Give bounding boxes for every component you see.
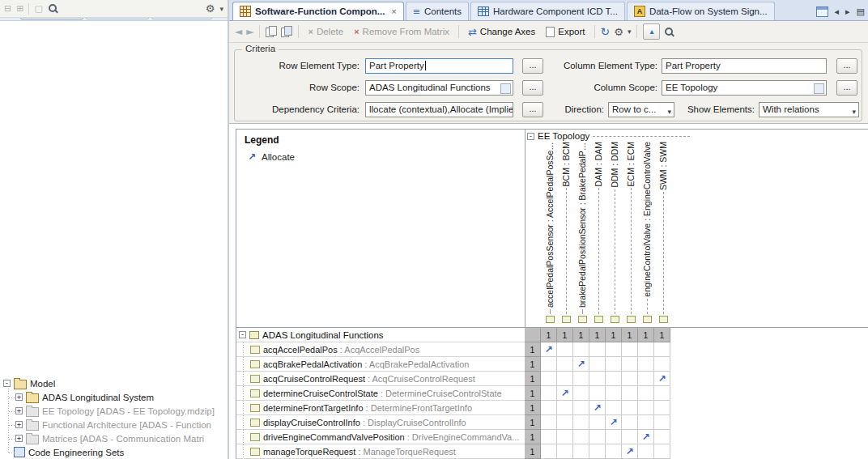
toolbar-gear-caret-icon[interactable]: ▾	[628, 28, 632, 36]
tree-expander-icon[interactable]: +	[15, 421, 23, 428]
matrix-cell[interactable]: ↗	[573, 357, 589, 372]
matrix-cell[interactable]	[573, 401, 589, 415]
matrix-cell[interactable]	[654, 386, 670, 401]
matrix-cell[interactable]	[638, 342, 654, 357]
tree-expander-icon[interactable]: -	[3, 380, 11, 387]
column-element-type-input[interactable]: Part Property	[662, 58, 827, 74]
matrix-cell[interactable]	[573, 386, 589, 401]
matrix-cell[interactable]	[557, 430, 573, 444]
change-axes-button[interactable]: ⇄ Change Axes	[465, 25, 538, 39]
export-button[interactable]: Export	[542, 25, 588, 39]
gear-caret-icon[interactable]: ▾	[219, 5, 223, 13]
dependency-criteria-browse-button[interactable]: ...	[522, 102, 543, 117]
expand-all-icon[interactable]: ⊞	[16, 4, 23, 13]
scope-chooser-icon[interactable]	[500, 83, 511, 94]
direction-select[interactable]: Row to c...▾	[608, 102, 674, 117]
matrix-cell[interactable]	[606, 357, 622, 372]
matrix-cell[interactable]	[654, 357, 670, 372]
column-scope-browse-button[interactable]: ...	[836, 80, 857, 96]
matrix-cell[interactable]	[573, 342, 589, 357]
matrix-cell[interactable]	[622, 401, 638, 415]
row-group-expander-icon[interactable]: -	[239, 331, 246, 338]
matrix-cell[interactable]: ↗	[541, 342, 557, 357]
matrix-cell[interactable]: ↗	[638, 430, 654, 444]
matrix-cell[interactable]	[541, 415, 557, 430]
matrix-cell[interactable]	[541, 401, 557, 415]
matrix-cell[interactable]: ↗	[654, 372, 670, 386]
matrix-cell[interactable]	[573, 430, 589, 444]
matrix-cell[interactable]: ↗	[589, 401, 606, 415]
collapse-all-icon[interactable]: ⊟	[4, 4, 11, 13]
matrix-cell[interactable]	[638, 415, 654, 430]
matrix-cell[interactable]	[654, 401, 670, 415]
column-element-type-browse-button[interactable]: ...	[836, 58, 857, 74]
scroll-tabs-left-icon[interactable]: ◂	[835, 7, 840, 16]
column-group-expander-icon[interactable]: -	[527, 133, 534, 140]
matrix-cell[interactable]	[589, 386, 606, 401]
matrix-cell[interactable]	[589, 372, 606, 386]
matrix-cell[interactable]	[622, 372, 638, 386]
show-elements-select[interactable]: With relations▾	[759, 102, 859, 117]
matrix-cell[interactable]	[557, 372, 573, 386]
matrix-column-header[interactable]: engineControlValve : EngineControlValve	[639, 142, 655, 325]
matrix-cell[interactable]	[654, 430, 670, 444]
row-scope-input[interactable]: ADAS Longitudinal Functions	[365, 80, 513, 96]
matrix-column-header[interactable]: DDM : DDM	[606, 142, 623, 325]
matrix-cell[interactable]	[622, 415, 638, 430]
matrix-column-header[interactable]: BCM : BCM	[558, 142, 574, 325]
row-element-type-input[interactable]: Part Property	[365, 58, 513, 74]
gear-icon[interactable]: ⚙	[206, 3, 215, 14]
document-tab-hardware-icd-table[interactable]: Hardware Component ICD T...	[470, 2, 625, 20]
tree-item[interactable]: +Functional Architecture [ADAS - Functio…	[0, 418, 228, 431]
refresh-icon[interactable]: ↻	[601, 26, 611, 37]
matrix-cell[interactable]	[606, 401, 622, 415]
row-scope-browse-button[interactable]: ...	[522, 80, 543, 96]
matrix-row-group-label[interactable]: -ADAS Longitudinal Functions	[236, 328, 525, 342]
matrix-cell[interactable]	[638, 372, 654, 386]
document-tab-contents[interactable]: ≡Contents	[406, 2, 469, 20]
column-group-label[interactable]: EE Topology	[538, 131, 589, 141]
matrix-column-header[interactable]: SWM : SWM	[655, 142, 671, 325]
matrix-row-label[interactable]: manageTorqueRequest : ManageTorqueReques…	[236, 444, 525, 459]
matrix-cell[interactable]	[654, 342, 670, 357]
matrix-cell[interactable]: ↗	[557, 386, 573, 401]
matrix-row-label[interactable]: displayCruiseControlInfo : DisplayCruise…	[236, 415, 525, 430]
matrix-cell[interactable]	[606, 430, 622, 444]
matrix-cell[interactable]	[638, 386, 654, 401]
close-tab-icon[interactable]: ×	[391, 6, 396, 16]
matrix-row-label[interactable]: acqBrakePedalActivation : AcqBrakePedalA…	[236, 357, 525, 372]
toolbar-gear-icon[interactable]: ⚙	[614, 27, 623, 37]
dependency-criteria-input[interactable]: llocate (contextual),Allocate (Implied)	[365, 102, 513, 117]
matrix-cell[interactable]	[589, 444, 606, 459]
search-icon[interactable]	[48, 3, 58, 14]
back-icon[interactable]: ◄	[235, 27, 242, 36]
matrix-row-label[interactable]: driveEngineCommandValvePosition : DriveE…	[236, 430, 525, 444]
tree-item[interactable]: Code Engineering Sets	[0, 445, 228, 459]
matrix-cell[interactable]	[573, 415, 589, 430]
matrix-cell[interactable]	[557, 342, 573, 357]
collapse-criteria-button[interactable]: ▴	[643, 23, 660, 40]
matrix-cell[interactable]	[541, 386, 557, 401]
matrix-cell[interactable]	[557, 444, 573, 459]
tree-expander-icon[interactable]: +	[15, 407, 23, 414]
tree-item[interactable]: +ADAS Longitudinal System	[0, 390, 228, 404]
matrix-column-header[interactable]: brakePedalPositionSensor : BrakePedalPos…	[574, 142, 590, 325]
delete-button[interactable]: × Delete	[304, 25, 347, 38]
tree-expander-icon[interactable]: +	[15, 393, 23, 401]
matrix-cell[interactable]	[654, 444, 670, 459]
copy-icon[interactable]	[266, 26, 277, 37]
matrix-row-label[interactable]: determineFrontTargetInfo : DetermineFron…	[236, 401, 525, 415]
tree-expander-icon[interactable]: +	[15, 435, 23, 442]
document-tab-data-flow[interactable]: AData-Flow on System Sign...	[627, 2, 775, 20]
matrix-cell[interactable]	[638, 357, 654, 372]
matrix-cell[interactable]: ↗	[622, 444, 638, 459]
tree-item[interactable]: +Matrices [ADAS - Communication Matri	[0, 431, 228, 445]
matrix-cell[interactable]	[638, 444, 654, 459]
matrix-cell[interactable]	[622, 342, 638, 357]
matrix-cell[interactable]	[589, 430, 606, 444]
column-scope-input[interactable]: EE Topology	[662, 80, 827, 96]
matrix-cell[interactable]	[557, 415, 573, 430]
matrix-column-header[interactable]: DAM : DAM	[590, 142, 606, 325]
matrix-row-label[interactable]: determineCruiseControlState : DetermineC…	[236, 386, 525, 401]
matrix-cell[interactable]	[589, 415, 606, 430]
